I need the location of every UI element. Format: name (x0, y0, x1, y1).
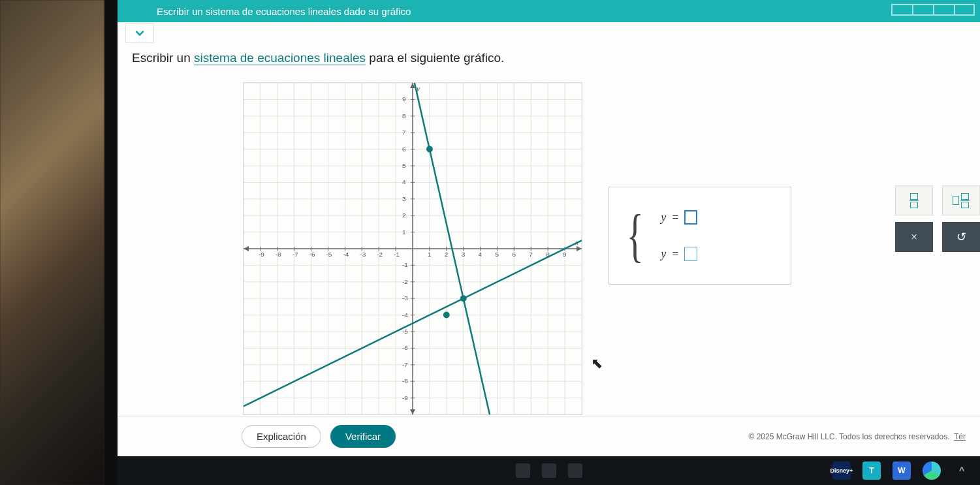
eq1-lhs: y (661, 211, 666, 225)
progress-segments (891, 4, 975, 16)
taskbar-center (516, 463, 582, 478)
undo-button[interactable]: ↺ (942, 222, 980, 252)
taskbar-app[interactable] (516, 463, 530, 478)
copyright-label: © 2025 McGraw Hill LLC. Todos los derech… (748, 432, 949, 441)
coordinate-graph: xy-9-8-7-6-5-4-3-2-1123456789-9-8-7-6-5-… (244, 83, 582, 415)
svg-text:7: 7 (402, 129, 406, 136)
svg-text:-4: -4 (343, 251, 349, 258)
svg-point-126 (443, 312, 450, 319)
svg-text:6: 6 (512, 251, 516, 258)
terms-link[interactable]: Tér (954, 432, 966, 441)
explain-button[interactable]: Explicación (242, 425, 321, 448)
graph-panel: xy-9-8-7-6-5-4-3-2-1123456789-9-8-7-6-5-… (243, 82, 582, 415)
desktop-background (0, 0, 104, 485)
progress-seg (891, 4, 912, 16)
svg-text:4: 4 (402, 178, 406, 185)
taskbar-disney-icon[interactable]: Disney+ (832, 462, 851, 480)
eq-sign: = (671, 247, 679, 261)
svg-text:8: 8 (402, 112, 406, 119)
equation-row-1: y = (661, 210, 697, 225)
svg-text:-9: -9 (402, 394, 408, 401)
action-bar: Explicación Verificar © 2025 McGraw Hill… (118, 416, 980, 456)
svg-text:-5: -5 (326, 251, 332, 258)
math-tool-column: × ↺ (895, 185, 980, 252)
svg-text:-4: -4 (402, 311, 408, 319)
svg-text:5: 5 (496, 251, 499, 258)
system-brace-icon: { (627, 212, 644, 259)
svg-text:1: 1 (402, 228, 406, 236)
content-area: Escribir un sistema de ecuaciones lineal… (118, 22, 980, 456)
svg-text:-8: -8 (402, 377, 408, 384)
svg-text:-2: -2 (377, 251, 383, 258)
eq-sign: = (671, 211, 679, 225)
progress-seg (912, 4, 933, 16)
equation-row-2: y = (661, 247, 697, 261)
svg-text:-6: -6 (309, 251, 315, 258)
svg-text:5: 5 (402, 162, 406, 169)
fraction-tool[interactable] (895, 185, 933, 215)
eq2-input[interactable] (684, 247, 697, 261)
eq1-input[interactable] (684, 210, 697, 225)
svg-text:2: 2 (445, 251, 449, 258)
svg-text:6: 6 (402, 146, 406, 153)
svg-text:3: 3 (402, 195, 406, 202)
mixed-number-icon (953, 193, 970, 208)
svg-marker-47 (410, 409, 415, 415)
lesson-header: Escribir un sistema de ecuaciones lineal… (118, 0, 980, 22)
svg-text:-3: -3 (402, 294, 408, 302)
taskbar-app[interactable] (542, 463, 556, 478)
svg-text:9: 9 (402, 95, 406, 102)
taskbar-word-icon[interactable]: W (893, 462, 911, 480)
taskbar-app[interactable] (568, 463, 582, 478)
progress-seg (933, 4, 954, 16)
question-prompt: Escribir un sistema de ecuaciones lineal… (132, 51, 504, 65)
expand-toggle[interactable] (125, 23, 154, 43)
app-window: Escribir un sistema de ecuaciones lineal… (104, 0, 980, 456)
fraction-icon (909, 193, 919, 208)
taskbar-edge-icon[interactable] (923, 462, 941, 480)
svg-text:-1: -1 (394, 251, 400, 258)
equation-lines: y = y = (661, 210, 697, 261)
lesson-title: Escribir un sistema de ecuaciones lineal… (157, 6, 411, 17)
svg-text:-2: -2 (402, 278, 408, 285)
clear-button[interactable]: × (895, 222, 933, 252)
svg-text:-9: -9 (259, 251, 264, 258)
windows-taskbar[interactable]: Disney+ T W ^ (104, 456, 980, 485)
svg-text:-1: -1 (402, 261, 408, 268)
svg-text:1: 1 (428, 251, 432, 258)
copyright-text: © 2025 McGraw Hill LLC. Todos los derech… (748, 432, 966, 441)
undo-icon: ↺ (956, 230, 966, 244)
verify-button[interactable]: Verificar (330, 425, 396, 448)
svg-text:7: 7 (529, 251, 533, 258)
x-icon: × (911, 230, 917, 244)
svg-text:-7: -7 (292, 251, 298, 258)
svg-point-125 (460, 295, 467, 302)
taskbar-t-icon[interactable]: T (862, 462, 881, 480)
progress-seg (954, 4, 975, 16)
svg-text:-7: -7 (402, 361, 408, 368)
mixed-number-tool[interactable] (942, 185, 980, 215)
svg-text:3: 3 (462, 251, 466, 258)
svg-text:4: 4 (479, 251, 482, 258)
prompt-pre: Escribir un (132, 51, 194, 65)
answer-panel: { y = y = (609, 187, 791, 285)
taskbar-overflow-icon[interactable]: ^ (953, 462, 971, 480)
prompt-post: para el siguiente gráfico. (366, 51, 504, 65)
prompt-link[interactable]: sistema de ecuaciones lineales (194, 51, 366, 65)
content-row: xy-9-8-7-6-5-4-3-2-1123456789-9-8-7-6-5-… (132, 82, 973, 411)
svg-point-124 (426, 146, 433, 153)
svg-marker-44 (577, 246, 582, 251)
svg-text:-6: -6 (402, 344, 408, 351)
svg-text:2: 2 (402, 211, 406, 219)
svg-marker-45 (244, 246, 249, 251)
svg-text:-3: -3 (360, 251, 366, 258)
svg-text:-8: -8 (276, 251, 281, 258)
chevron-down-icon (133, 27, 146, 40)
eq2-lhs: y (661, 247, 666, 261)
svg-text:9: 9 (563, 251, 567, 258)
